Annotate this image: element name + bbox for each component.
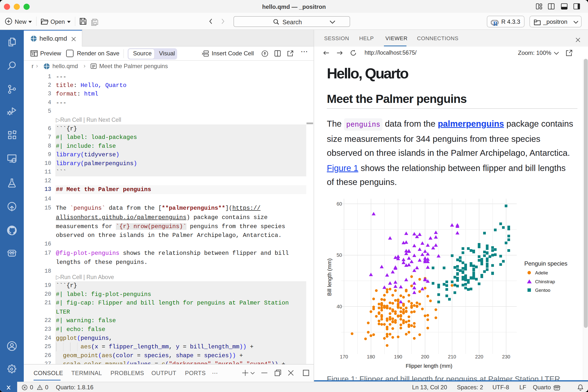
svg-text:Chinstrap: Chinstrap [535, 279, 555, 284]
svg-text:60: 60 [337, 201, 342, 206]
svg-text:200: 200 [421, 354, 429, 360]
svg-text:40: 40 [337, 304, 342, 309]
svg-text:50: 50 [337, 252, 342, 258]
svg-text:220: 220 [475, 354, 483, 360]
svg-text:Bill length (mm): Bill length (mm) [326, 258, 332, 296]
svg-text:Penguin species: Penguin species [524, 260, 568, 267]
svg-text:180: 180 [367, 354, 375, 360]
svg-text:Gentoo: Gentoo [535, 288, 550, 293]
svg-text:190: 190 [394, 354, 402, 360]
svg-text:Flipper length (mm): Flipper length (mm) [406, 363, 452, 369]
svg-text:170: 170 [340, 354, 348, 360]
svg-text:R: R [493, 20, 498, 26]
svg-text:230: 230 [502, 354, 510, 360]
svg-text:210: 210 [448, 354, 456, 360]
svg-text:Adelie: Adelie [535, 270, 548, 276]
